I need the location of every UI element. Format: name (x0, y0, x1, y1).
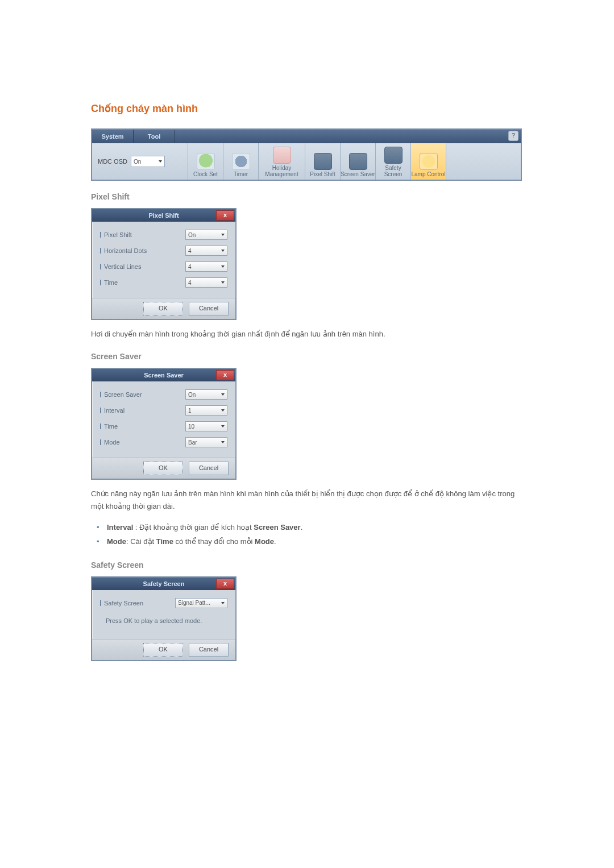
dialog-safety-screen: Safety Screen x Safety Screen Signal Pat… (91, 576, 237, 661)
chevron-down-icon (221, 250, 225, 252)
dialog-header: Pixel Shift x (92, 209, 235, 222)
ok-button[interactable]: OK (143, 462, 183, 475)
chevron-down-icon (221, 602, 225, 604)
dialog-footer: OK Cancel (92, 298, 235, 319)
row-interval: Interval 1 (100, 405, 227, 416)
row-pixel-shift: Pixel Shift On (100, 230, 227, 240)
mdc-osd-select[interactable]: On (131, 156, 165, 167)
row-vertical-lines: Vertical Lines 4 (100, 261, 227, 272)
lamp-icon (420, 153, 438, 170)
toolbar-item-clock-set[interactable]: Clock Set (188, 143, 223, 180)
pixel-shift-icon (314, 153, 332, 170)
tab-system[interactable]: System (92, 130, 134, 143)
screen-saver-description: Chức năng này ngăn lưu ảnh trên màn hình… (91, 488, 523, 513)
mdc-toolbar: ? System Tool MDC OSD On Clock Set Timer (91, 128, 522, 181)
safety-screen-select[interactable]: Signal Patt... (175, 598, 227, 608)
toolbar-item-lamp-control[interactable]: Lamp Control (411, 143, 446, 180)
row-time: Time 10 (100, 421, 227, 431)
time-select[interactable]: 4 (185, 277, 227, 288)
document-page: Chống cháy màn hình ? System Tool MDC OS… (0, 0, 614, 684)
subsection-safety-screen: Safety Screen (91, 560, 523, 570)
toolbar-item-holiday-management[interactable]: Holiday Management (259, 143, 305, 180)
pixel-shift-select[interactable]: On (185, 230, 227, 240)
field-label: Time (100, 423, 118, 430)
dialog-body: Pixel Shift On Horizontal Dots 4 Vertica… (92, 222, 235, 298)
dialog-title: Pixel Shift (148, 212, 179, 219)
field-label: Mode (100, 439, 120, 446)
dialog-title: Screen Saver (144, 372, 184, 379)
field-label: Safety Screen (100, 600, 143, 607)
chevron-down-icon (221, 281, 225, 284)
mode-select[interactable]: Bar (185, 437, 227, 447)
row-screen-saver: Screen Saver On (100, 389, 227, 400)
row-mode: Mode Bar (100, 437, 227, 447)
timer-icon (232, 153, 250, 170)
field-label: Pixel Shift (100, 231, 132, 238)
safety-screen-hint: Press OK to play a selected mode. (100, 614, 227, 634)
ss-time-select[interactable]: 10 (185, 421, 227, 431)
bullet-mode: Mode: Cài đặt Time có thể thay đổi cho m… (107, 535, 523, 549)
ok-button[interactable]: OK (143, 302, 183, 315)
chevron-down-icon (221, 234, 225, 236)
row-safety-screen: Safety Screen Signal Patt... (100, 598, 227, 608)
toolbar-tabs: System Tool (92, 130, 521, 143)
field-label: Screen Saver (100, 391, 142, 398)
mdc-osd-group: MDC OSD On (92, 143, 188, 180)
screen-saver-select[interactable]: On (185, 389, 227, 400)
help-button[interactable]: ? (508, 131, 518, 141)
close-button[interactable]: x (216, 210, 234, 221)
mdc-osd-label: MDC OSD (98, 158, 127, 165)
toolbar-item-timer[interactable]: Timer (223, 143, 259, 180)
close-button[interactable]: x (216, 579, 234, 589)
chevron-down-icon (221, 441, 225, 443)
row-horizontal-dots: Horizontal Dots 4 (100, 246, 227, 256)
subsection-pixel-shift: Pixel Shift (91, 192, 523, 201)
dialog-footer: OK Cancel (92, 458, 235, 479)
field-label: Horizontal Dots (100, 247, 147, 254)
interval-select[interactable]: 1 (185, 405, 227, 416)
calendar-icon (273, 147, 291, 164)
toolbar-item-safety-screen[interactable]: Safety Screen (376, 143, 411, 180)
chevron-down-icon (221, 409, 225, 412)
chevron-down-icon (221, 425, 225, 427)
chevron-down-icon (221, 393, 225, 396)
dialog-header: Screen Saver x (92, 369, 235, 381)
pixel-shift-description: Hơi di chuyển màn hình trong khoảng thời… (91, 328, 523, 340)
horizontal-dots-select[interactable]: 4 (185, 246, 227, 256)
tab-tool[interactable]: Tool (134, 130, 175, 143)
dialog-screen-saver: Screen Saver x Screen Saver On Interval … (91, 368, 237, 480)
field-label: Vertical Lines (100, 263, 141, 270)
cancel-button[interactable]: Cancel (189, 462, 229, 475)
cancel-button[interactable]: Cancel (189, 302, 229, 315)
bullet-interval: Interval : Đặt khoảng thời gian để kích … (107, 521, 523, 535)
ok-button[interactable]: OK (143, 643, 183, 657)
toolbar-item-pixel-shift[interactable]: Pixel Shift (305, 143, 341, 180)
field-label: Time (100, 279, 118, 286)
vertical-lines-select[interactable]: 4 (185, 261, 227, 272)
dialog-body: Screen Saver On Interval 1 Time 10 Mode … (92, 381, 235, 458)
toolbar-body: MDC OSD On Clock Set Timer Holiday Manag… (92, 143, 521, 180)
screen-saver-icon (349, 153, 367, 170)
close-button[interactable]: x (216, 370, 234, 380)
field-label: Interval (100, 407, 125, 414)
mdc-osd-value: On (134, 159, 141, 165)
cancel-button[interactable]: Cancel (189, 643, 229, 657)
dialog-pixel-shift: Pixel Shift x Pixel Shift On Horizontal … (91, 208, 237, 320)
chevron-down-icon (159, 160, 162, 163)
subsection-screen-saver: Screen Saver (91, 352, 523, 361)
dialog-body: Safety Screen Signal Patt... Press OK to… (92, 590, 235, 639)
screen-saver-bullets: Interval : Đặt khoảng thời gian để kích … (91, 521, 523, 549)
dialog-footer: OK Cancel (92, 639, 235, 660)
dialog-title: Safety Screen (143, 580, 185, 587)
chevron-down-icon (221, 265, 225, 268)
safety-screen-icon (384, 147, 403, 164)
page-title: Chống cháy màn hình (91, 102, 523, 115)
toolbar-item-screen-saver[interactable]: Screen Saver (341, 143, 376, 180)
clock-icon (197, 153, 215, 170)
row-time: Time 4 (100, 277, 227, 288)
dialog-header: Safety Screen x (92, 578, 235, 590)
